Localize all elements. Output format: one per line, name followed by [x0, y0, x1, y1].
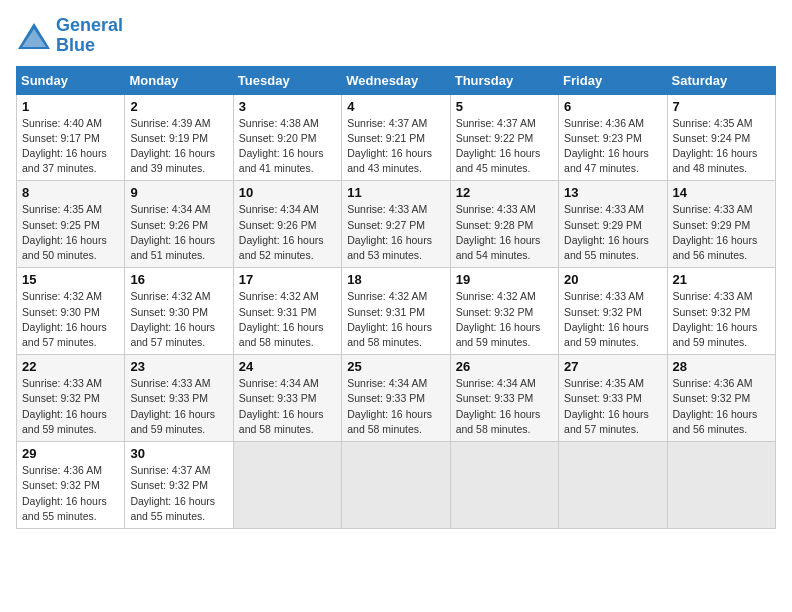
calendar-week-1: 8Sunrise: 4:35 AM Sunset: 9:25 PM Daylig… — [17, 181, 776, 268]
calendar-day-empty — [559, 442, 667, 529]
day-header-wednesday: Wednesday — [342, 66, 450, 94]
day-info: Sunrise: 4:37 AM Sunset: 9:32 PM Dayligh… — [130, 463, 227, 524]
day-number: 18 — [347, 272, 444, 287]
logo: General Blue — [16, 16, 123, 56]
day-number: 4 — [347, 99, 444, 114]
calendar-day-10: 10Sunrise: 4:34 AM Sunset: 9:26 PM Dayli… — [233, 181, 341, 268]
day-header-monday: Monday — [125, 66, 233, 94]
calendar-day-3: 3Sunrise: 4:38 AM Sunset: 9:20 PM Daylig… — [233, 94, 341, 181]
day-number: 1 — [22, 99, 119, 114]
day-number: 24 — [239, 359, 336, 374]
day-number: 11 — [347, 185, 444, 200]
calendar-day-16: 16Sunrise: 4:32 AM Sunset: 9:30 PM Dayli… — [125, 268, 233, 355]
day-info: Sunrise: 4:32 AM Sunset: 9:31 PM Dayligh… — [347, 289, 444, 350]
day-info: Sunrise: 4:39 AM Sunset: 9:19 PM Dayligh… — [130, 116, 227, 177]
day-number: 22 — [22, 359, 119, 374]
day-info: Sunrise: 4:33 AM Sunset: 9:32 PM Dayligh… — [673, 289, 770, 350]
day-info: Sunrise: 4:36 AM Sunset: 9:32 PM Dayligh… — [673, 376, 770, 437]
calendar-day-5: 5Sunrise: 4:37 AM Sunset: 9:22 PM Daylig… — [450, 94, 558, 181]
day-info: Sunrise: 4:32 AM Sunset: 9:30 PM Dayligh… — [130, 289, 227, 350]
calendar-day-15: 15Sunrise: 4:32 AM Sunset: 9:30 PM Dayli… — [17, 268, 125, 355]
day-info: Sunrise: 4:34 AM Sunset: 9:26 PM Dayligh… — [130, 202, 227, 263]
day-number: 23 — [130, 359, 227, 374]
calendar-day-14: 14Sunrise: 4:33 AM Sunset: 9:29 PM Dayli… — [667, 181, 775, 268]
day-header-friday: Friday — [559, 66, 667, 94]
day-number: 6 — [564, 99, 661, 114]
day-info: Sunrise: 4:35 AM Sunset: 9:33 PM Dayligh… — [564, 376, 661, 437]
calendar-day-18: 18Sunrise: 4:32 AM Sunset: 9:31 PM Dayli… — [342, 268, 450, 355]
calendar-week-0: 1Sunrise: 4:40 AM Sunset: 9:17 PM Daylig… — [17, 94, 776, 181]
calendar-day-6: 6Sunrise: 4:36 AM Sunset: 9:23 PM Daylig… — [559, 94, 667, 181]
day-number: 25 — [347, 359, 444, 374]
day-header-sunday: Sunday — [17, 66, 125, 94]
day-number: 20 — [564, 272, 661, 287]
day-number: 10 — [239, 185, 336, 200]
day-number: 28 — [673, 359, 770, 374]
calendar-week-3: 22Sunrise: 4:33 AM Sunset: 9:32 PM Dayli… — [17, 355, 776, 442]
calendar-day-4: 4Sunrise: 4:37 AM Sunset: 9:21 PM Daylig… — [342, 94, 450, 181]
day-number: 15 — [22, 272, 119, 287]
calendar-week-4: 29Sunrise: 4:36 AM Sunset: 9:32 PM Dayli… — [17, 442, 776, 529]
day-info: Sunrise: 4:33 AM Sunset: 9:27 PM Dayligh… — [347, 202, 444, 263]
calendar-day-empty — [342, 442, 450, 529]
logo-icon — [16, 21, 52, 51]
calendar-day-17: 17Sunrise: 4:32 AM Sunset: 9:31 PM Dayli… — [233, 268, 341, 355]
day-number: 14 — [673, 185, 770, 200]
calendar-body: 1Sunrise: 4:40 AM Sunset: 9:17 PM Daylig… — [17, 94, 776, 528]
day-number: 9 — [130, 185, 227, 200]
day-info: Sunrise: 4:36 AM Sunset: 9:32 PM Dayligh… — [22, 463, 119, 524]
calendar-day-21: 21Sunrise: 4:33 AM Sunset: 9:32 PM Dayli… — [667, 268, 775, 355]
day-info: Sunrise: 4:32 AM Sunset: 9:32 PM Dayligh… — [456, 289, 553, 350]
day-header-tuesday: Tuesday — [233, 66, 341, 94]
day-info: Sunrise: 4:32 AM Sunset: 9:31 PM Dayligh… — [239, 289, 336, 350]
day-info: Sunrise: 4:40 AM Sunset: 9:17 PM Dayligh… — [22, 116, 119, 177]
calendar-day-20: 20Sunrise: 4:33 AM Sunset: 9:32 PM Dayli… — [559, 268, 667, 355]
calendar-day-empty — [233, 442, 341, 529]
calendar-week-2: 15Sunrise: 4:32 AM Sunset: 9:30 PM Dayli… — [17, 268, 776, 355]
day-number: 27 — [564, 359, 661, 374]
day-info: Sunrise: 4:35 AM Sunset: 9:25 PM Dayligh… — [22, 202, 119, 263]
day-info: Sunrise: 4:38 AM Sunset: 9:20 PM Dayligh… — [239, 116, 336, 177]
day-number: 7 — [673, 99, 770, 114]
day-number: 17 — [239, 272, 336, 287]
calendar-day-19: 19Sunrise: 4:32 AM Sunset: 9:32 PM Dayli… — [450, 268, 558, 355]
calendar-day-27: 27Sunrise: 4:35 AM Sunset: 9:33 PM Dayli… — [559, 355, 667, 442]
calendar-day-24: 24Sunrise: 4:34 AM Sunset: 9:33 PM Dayli… — [233, 355, 341, 442]
calendar-table: SundayMondayTuesdayWednesdayThursdayFrid… — [16, 66, 776, 529]
day-number: 3 — [239, 99, 336, 114]
day-header-saturday: Saturday — [667, 66, 775, 94]
calendar-day-23: 23Sunrise: 4:33 AM Sunset: 9:33 PM Dayli… — [125, 355, 233, 442]
calendar-day-empty — [450, 442, 558, 529]
calendar-day-8: 8Sunrise: 4:35 AM Sunset: 9:25 PM Daylig… — [17, 181, 125, 268]
calendar-day-9: 9Sunrise: 4:34 AM Sunset: 9:26 PM Daylig… — [125, 181, 233, 268]
day-info: Sunrise: 4:37 AM Sunset: 9:21 PM Dayligh… — [347, 116, 444, 177]
day-info: Sunrise: 4:32 AM Sunset: 9:30 PM Dayligh… — [22, 289, 119, 350]
calendar-day-29: 29Sunrise: 4:36 AM Sunset: 9:32 PM Dayli… — [17, 442, 125, 529]
day-info: Sunrise: 4:33 AM Sunset: 9:29 PM Dayligh… — [673, 202, 770, 263]
day-number: 21 — [673, 272, 770, 287]
calendar-day-1: 1Sunrise: 4:40 AM Sunset: 9:17 PM Daylig… — [17, 94, 125, 181]
day-number: 19 — [456, 272, 553, 287]
calendar-day-25: 25Sunrise: 4:34 AM Sunset: 9:33 PM Dayli… — [342, 355, 450, 442]
calendar-day-2: 2Sunrise: 4:39 AM Sunset: 9:19 PM Daylig… — [125, 94, 233, 181]
day-info: Sunrise: 4:34 AM Sunset: 9:33 PM Dayligh… — [239, 376, 336, 437]
calendar-day-11: 11Sunrise: 4:33 AM Sunset: 9:27 PM Dayli… — [342, 181, 450, 268]
day-number: 13 — [564, 185, 661, 200]
day-info: Sunrise: 4:33 AM Sunset: 9:33 PM Dayligh… — [130, 376, 227, 437]
calendar-day-7: 7Sunrise: 4:35 AM Sunset: 9:24 PM Daylig… — [667, 94, 775, 181]
calendar-day-13: 13Sunrise: 4:33 AM Sunset: 9:29 PM Dayli… — [559, 181, 667, 268]
day-number: 29 — [22, 446, 119, 461]
day-number: 26 — [456, 359, 553, 374]
day-info: Sunrise: 4:35 AM Sunset: 9:24 PM Dayligh… — [673, 116, 770, 177]
calendar-day-26: 26Sunrise: 4:34 AM Sunset: 9:33 PM Dayli… — [450, 355, 558, 442]
day-number: 16 — [130, 272, 227, 287]
day-number: 12 — [456, 185, 553, 200]
day-info: Sunrise: 4:37 AM Sunset: 9:22 PM Dayligh… — [456, 116, 553, 177]
calendar-day-12: 12Sunrise: 4:33 AM Sunset: 9:28 PM Dayli… — [450, 181, 558, 268]
header: General Blue — [16, 16, 776, 56]
day-info: Sunrise: 4:33 AM Sunset: 9:32 PM Dayligh… — [564, 289, 661, 350]
calendar-day-22: 22Sunrise: 4:33 AM Sunset: 9:32 PM Dayli… — [17, 355, 125, 442]
day-info: Sunrise: 4:33 AM Sunset: 9:29 PM Dayligh… — [564, 202, 661, 263]
day-info: Sunrise: 4:34 AM Sunset: 9:33 PM Dayligh… — [347, 376, 444, 437]
calendar-header-row: SundayMondayTuesdayWednesdayThursdayFrid… — [17, 66, 776, 94]
